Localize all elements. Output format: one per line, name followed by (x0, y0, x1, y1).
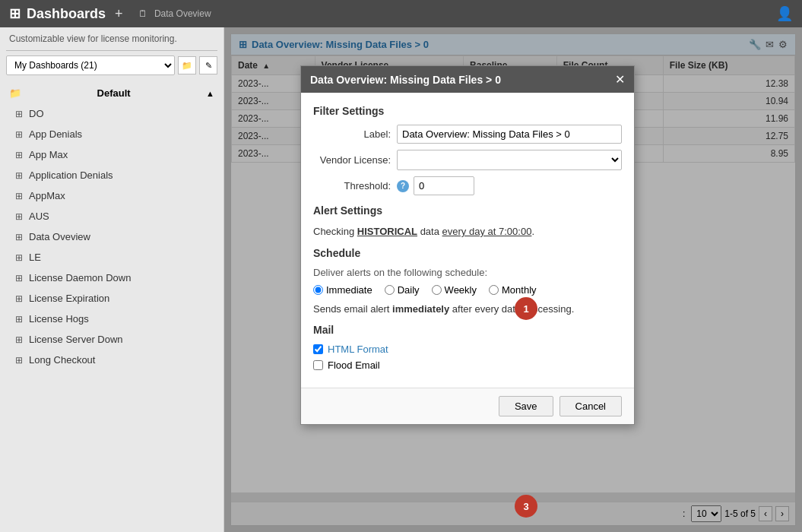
radio-label-immediate[interactable]: Immediate (313, 284, 372, 296)
sidebar-item-DataOveview[interactable]: ⊞ Data Oveview (0, 226, 223, 247)
save-button[interactable]: Save (499, 396, 553, 416)
sidebar-folder-btn[interactable]: 📁 (178, 56, 196, 74)
item-icon-AppMax: ⊞ (15, 150, 23, 160)
threshold-row: Threshold: ? (313, 176, 622, 195)
sidebar-item-label-DataOveview: Data Oveview (29, 231, 90, 242)
sidebar-item-label-AUS: AUS (29, 211, 49, 222)
content-area: ⊞ Data Overview: Missing Data Files > 0 … (224, 27, 802, 532)
schedule-time-text: every day at 7:00:00 (442, 226, 532, 237)
radio-monthly[interactable] (489, 285, 499, 295)
vendor-license-row: Vendor License: (313, 150, 622, 170)
radio-daily-text: Daily (398, 284, 420, 296)
item-icon-LE: ⊞ (15, 252, 23, 263)
sidebar-section-header-default[interactable]: 📁 Default ▲ (0, 83, 223, 103)
add-dashboard-button[interactable]: + (115, 6, 123, 22)
modal-close-button[interactable]: ✕ (615, 72, 625, 87)
app-title: ⊞ Dashboards (9, 5, 106, 22)
radio-immediate-text: Immediate (326, 284, 372, 296)
sidebar: Customizable view for license monitoring… (0, 27, 224, 532)
sidebar-default-section: 📁 Default ▲ ⊞ DO ⊞ App Denials ⊞ App Max (0, 80, 223, 373)
flood-email-label: Flood Email (328, 359, 380, 371)
flood-email-checkbox[interactable] (313, 360, 323, 370)
modal-overlay: Data Overview: Missing Data Files > 0 ✕ … (224, 27, 802, 532)
item-icon-LicenseExpiration: ⊞ (15, 293, 23, 304)
modal-title-bar: Data Overview: Missing Data Files > 0 ✕ (301, 66, 634, 93)
sidebar-item-ApplicationDenials[interactable]: ⊞ Application Denials (0, 165, 223, 185)
user-icon[interactable]: 👤 (776, 5, 793, 22)
radio-daily[interactable] (385, 285, 395, 295)
label-row: Label: (313, 125, 622, 144)
chevron-up-icon: ▲ (206, 89, 214, 98)
label-field-input[interactable] (397, 125, 622, 144)
sidebar-item-LongCheckout[interactable]: ⊞ Long Checkout (0, 350, 223, 370)
annotation-1: 1 (515, 297, 537, 320)
sidebar-item-label-DO: DO (29, 108, 44, 119)
grid-icon: ⊞ (9, 5, 21, 22)
mail-section-title: Mail (313, 324, 622, 336)
annotation-3: 3 (515, 495, 537, 518)
flood-email-row: Flood Email (313, 359, 622, 371)
html-format-row: HTML Format (313, 344, 622, 355)
item-icon-LicenseDaemonDown: ⊞ (15, 273, 23, 283)
sidebar-item-DO[interactable]: ⊞ DO (0, 103, 223, 124)
alert-section-title: Alert Settings (313, 204, 622, 217)
sidebar-subtitle: Customizable view for license monitoring… (0, 27, 223, 50)
sidebar-item-LicenseHogs[interactable]: ⊞ License Hogs (0, 309, 223, 329)
item-icon-AppMax2: ⊞ (15, 191, 23, 201)
modal-title: Data Overview: Missing Data Files > 0 (310, 74, 501, 86)
item-icon-AUS: ⊞ (15, 211, 23, 222)
item-icon-LicenseHogs: ⊞ (15, 314, 23, 325)
sidebar-item-label-AppDenials: App Denials (29, 128, 82, 140)
sidebar-item-AUS[interactable]: ⊞ AUS (0, 206, 223, 226)
filter-section-title: Filter Settings (313, 105, 622, 117)
app-title-text: Dashboards (27, 6, 106, 22)
historical-text: HISTORICAL (357, 226, 417, 237)
vendor-license-select[interactable] (397, 150, 622, 170)
radio-weekly[interactable] (432, 285, 442, 295)
radio-immediate[interactable] (313, 285, 323, 295)
immediately-text: immediately (392, 303, 449, 315)
sidebar-item-LicenseDaemonDown[interactable]: ⊞ License Daemon Down (0, 268, 223, 288)
schedule-subtitle: Deliver alerts on the following schedule… (313, 267, 622, 278)
sidebar-item-LE[interactable]: ⊞ LE (0, 247, 223, 268)
radio-monthly-text: Monthly (502, 284, 537, 296)
filter-modal: Data Overview: Missing Data Files > 0 ✕ … (300, 65, 635, 425)
section-label: Default (97, 87, 131, 99)
item-icon-ApplicationDenials: ⊞ (15, 170, 23, 181)
sidebar-item-AppMax2[interactable]: ⊞ AppMax (0, 185, 223, 206)
threshold-group: ? (397, 176, 474, 195)
sidebar-item-label-LongCheckout: Long Checkout (29, 354, 95, 366)
radio-weekly-text: Weekly (445, 284, 477, 296)
threshold-label: Threshold: (313, 180, 397, 192)
folder-icon: 📁 (9, 87, 21, 99)
dashboard-dropdown[interactable]: My Dashboards (21) (6, 55, 175, 75)
sidebar-item-label-ApplicationDenials: Application Denials (29, 169, 113, 181)
modal-footer: Save Cancel (301, 388, 634, 424)
threshold-help-icon[interactable]: ? (397, 180, 409, 192)
sidebar-item-AppDenials[interactable]: ⊞ App Denials (0, 124, 223, 144)
sidebar-dropdown-row: My Dashboards (21) 📁 ✎ (0, 51, 223, 80)
item-icon-DataOveview: ⊞ (15, 232, 23, 242)
item-icon-AppDenials: ⊞ (15, 129, 23, 140)
sidebar-item-LicenseExpiration[interactable]: ⊞ License Expiration (0, 288, 223, 309)
sidebar-edit-btn[interactable]: ✎ (199, 56, 217, 74)
schedule-section-title: Schedule (313, 247, 622, 259)
sidebar-item-label-LicenseHogs: License Hogs (29, 313, 89, 325)
sidebar-item-LicenseServerDown[interactable]: ⊞ License Server Down (0, 329, 223, 350)
item-icon-LongCheckout: ⊞ (15, 355, 23, 366)
label-field-label: Label: (313, 128, 397, 140)
sidebar-scroll: 📁 Default ▲ ⊞ DO ⊞ App Denials ⊞ App Max (0, 80, 223, 532)
radio-label-weekly[interactable]: Weekly (432, 284, 477, 296)
schedule-radio-group: Immediate Daily Weekly Monthly (313, 284, 622, 296)
sidebar-item-label-AppMax: App Max (29, 149, 68, 160)
item-icon-LicenseServerDown: ⊞ (15, 334, 23, 345)
modal-body: Filter Settings Label: Vendor License: T… (301, 93, 634, 388)
cancel-button[interactable]: Cancel (559, 396, 622, 416)
radio-label-monthly[interactable]: Monthly (489, 284, 537, 296)
html-format-checkbox[interactable] (313, 344, 323, 354)
item-icon-DO: ⊞ (15, 109, 23, 119)
sidebar-item-AppMax[interactable]: ⊞ App Max (0, 144, 223, 165)
radio-label-daily[interactable]: Daily (385, 284, 420, 296)
sidebar-item-label-AppMax2: AppMax (29, 190, 65, 201)
threshold-input[interactable] (414, 176, 474, 195)
